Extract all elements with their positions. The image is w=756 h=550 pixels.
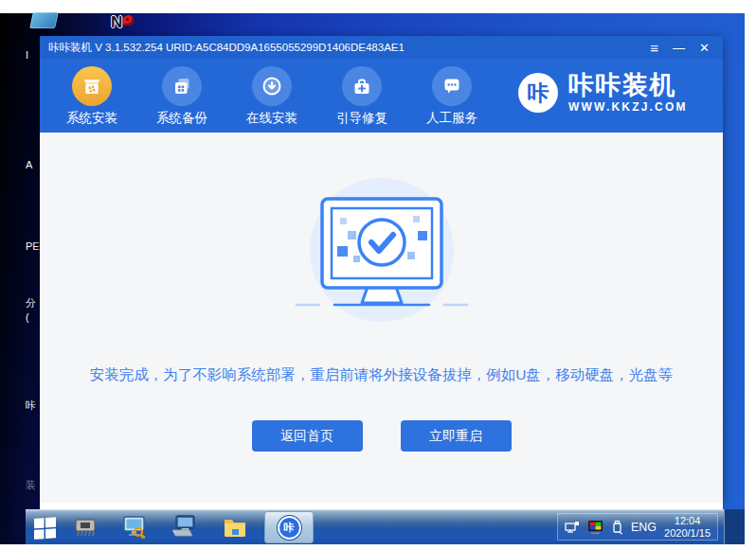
boot-repair-icon [342, 66, 382, 106]
window-controls: ≡ — ✕ [650, 42, 710, 54]
back-home-button[interactable]: 返回首页 [252, 420, 363, 452]
desktop-label: ( [26, 311, 40, 323]
brand-logo: 咔 咔咔装机 WWW.KKZJ.COM [518, 72, 688, 114]
tray-date: 2020/1/15 [664, 527, 711, 540]
network-key-glyph: N [111, 13, 122, 32]
manual-service-icon [432, 66, 472, 106]
system-tray: ENG 12:04 2020/1/15 [557, 513, 718, 541]
red-key-icon [123, 15, 134, 26]
action-buttons: 返回首页 立即重启 [40, 420, 723, 452]
taskbar: 咔 ENG [26, 509, 745, 544]
nav-label: 人工服务 [419, 110, 485, 127]
language-indicator[interactable]: ENG [631, 521, 657, 534]
screen: N I A PE 分 ( 咔 装 咔咔装机 V 3.1.532.254 URID… [0, 0, 756, 550]
main-nav: 系统安装 系统备份 [40, 59, 723, 133]
close-icon[interactable]: ✕ [699, 42, 710, 54]
success-illustration [268, 174, 495, 335]
minimize-icon[interactable]: — [673, 42, 685, 54]
nav-item-system-backup[interactable]: 系统备份 [149, 66, 215, 127]
online-install-icon [252, 66, 292, 106]
show-desktop-button[interactable] [724, 509, 745, 544]
desktop-folder-icon[interactable] [29, 12, 59, 28]
nav-item-boot-repair[interactable]: 引导修复 [329, 66, 395, 127]
desktop-label: 咔 [26, 399, 40, 413]
tray-time: 12:04 [664, 515, 711, 527]
usb-eject-icon[interactable] [611, 520, 623, 535]
nav-item-system-install[interactable]: 系统安装 [59, 66, 125, 127]
brand-name: 咔咔装机 [568, 72, 688, 98]
nav-label: 系统安装 [59, 110, 125, 127]
content-area: 安装完成，为了不影响系统部署，重启前请将外接设备拔掉，例如U盘，移动硬盘，光盘等… [40, 133, 723, 503]
taskbar-item-kaka-installer[interactable]: 咔 [264, 511, 314, 543]
clock[interactable]: 12:04 2020/1/15 [664, 515, 711, 540]
nav-item-online-install[interactable]: 在线安装 [239, 66, 305, 127]
window-bottom-gap [40, 503, 723, 509]
nav-label: 系统备份 [149, 110, 215, 127]
system-backup-icon [162, 66, 202, 106]
kaka-app-icon: 咔 [278, 516, 301, 540]
network-key-icon[interactable]: N [111, 13, 137, 34]
taskbar-item-keyboard-tool[interactable] [170, 515, 198, 540]
desktop-label: A [26, 159, 40, 170]
menu-icon[interactable]: ≡ [650, 42, 658, 54]
folder-icon [223, 516, 247, 539]
display-settings-icon[interactable] [587, 520, 603, 534]
taskbar-item-display-key-tool[interactable] [120, 515, 149, 540]
nav-label: 在线安装 [239, 110, 305, 127]
system-install-icon [72, 66, 112, 106]
nav-item-manual-service[interactable]: 人工服务 [419, 66, 485, 127]
brand-website: WWW.KKZJ.COM [568, 100, 688, 114]
window-titlebar[interactable]: 咔咔装机 V 3.1.532.254 URID:A5C84DD9A1655055… [40, 36, 723, 59]
restart-now-button[interactable]: 立即重启 [401, 420, 512, 452]
windows-logo-icon [32, 514, 58, 540]
desktop-label: 分 [26, 296, 40, 310]
kaka-installer-window: 咔咔装机 V 3.1.532.254 URID:A5C84DD9A1655055… [40, 36, 723, 503]
taskbar-item-chip-tool[interactable] [71, 515, 99, 540]
chip-icon [73, 516, 98, 539]
start-button[interactable] [32, 514, 58, 540]
network-icon[interactable] [565, 521, 580, 534]
desktop-label: 装 [26, 478, 40, 492]
nav-label: 引导修复 [329, 110, 395, 127]
taskbar-item-file-explorer[interactable] [221, 515, 249, 540]
desktop-label: I [26, 49, 40, 61]
completion-message: 安装完成，为了不影响系统部署，重启前请将外接设备拔掉，例如U盘，移动硬盘，光盘等 [40, 365, 723, 385]
monitor-key-icon [121, 515, 148, 540]
keyboard-monitor-icon [171, 515, 197, 540]
brand-badge-icon: 咔 [518, 73, 558, 113]
desktop-label: PE [26, 240, 40, 252]
window-title: 咔咔装机 V 3.1.532.254 URID:A5C84DD9A1655055… [48, 41, 650, 55]
